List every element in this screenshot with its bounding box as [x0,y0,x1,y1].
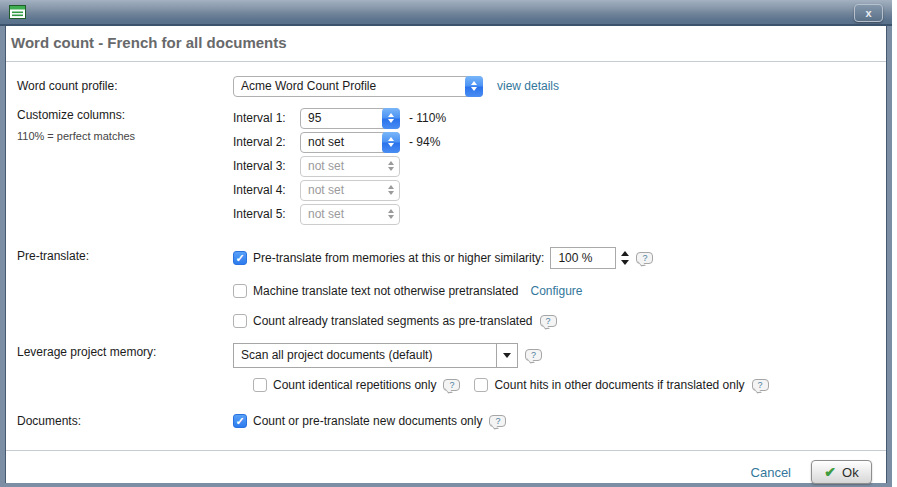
customize-label-text: Customize columns: [17,108,125,122]
new-documents-only-checkbox[interactable]: ✓ [233,414,247,428]
leverage-select[interactable]: Scan all project documents (default) [233,343,518,368]
cancel-button[interactable]: Cancel [751,465,791,480]
interval-1-suffix: - 110% [409,111,446,125]
titlebar: x [0,0,892,26]
already-translated-row: Count already translated segments as pre… [233,310,653,332]
close-button[interactable]: x [854,4,883,22]
word-count-dialog: x Word count - French for all documents … [0,0,892,487]
interval-4-label: Interval 4: [233,183,300,197]
interval-5-select: not set [300,204,400,225]
help-glyph: ? [449,381,454,390]
pretranslate-section: Pre-translate: ✓ Pre-translate from memo… [17,246,886,332]
machine-translate-label: Machine translate text not otherwise pre… [253,284,518,298]
pretranslate-memories-label: Pre-translate from memories at this or h… [253,251,544,265]
dialog-content: Word count - French for all documents Wo… [5,26,887,483]
leverage-section: Leverage project memory: Scan all projec… [17,342,886,395]
already-translated-label: Count already translated segments as pre… [253,314,533,328]
pretranslate-memories-row: ✓ Pre-translate from memories at this or… [233,246,653,270]
interval-3-select: not set [300,156,400,177]
view-details-link[interactable]: view details [497,79,559,93]
ok-button-label: Ok [842,465,859,480]
hits-other-documents-label: Count hits in other documents if transla… [494,378,744,392]
interval-1-select[interactable]: 95 [300,108,400,129]
help-glyph: ? [545,317,550,326]
interval-5-label: Interval 5: [233,207,300,221]
stepper-icon [382,108,400,129]
document-icon [9,5,27,20]
pretranslate-options: ✓ Pre-translate from memories at this or… [233,246,653,332]
customize-columns-label: Customize columns: 110% = perfect matche… [17,108,233,142]
help-glyph: ? [531,351,536,360]
pretranslate-memories-checkbox[interactable]: ✓ [233,251,247,265]
machine-translate-checkbox[interactable] [233,284,247,298]
interval-3-value: not set [301,159,382,173]
interval-2-select[interactable]: not set [300,132,400,153]
machine-translate-row: Machine translate text not otherwise pre… [233,280,653,302]
stepper-icon [465,76,483,97]
leverage-options: Scan all project documents (default) ? C… [233,342,769,395]
help-glyph: ? [495,417,500,426]
help-icon[interactable]: ? [489,415,506,427]
interval-4-row: Interval 4: not set [233,180,446,200]
interval-5-value: not set [301,207,382,221]
footer: Cancel ✔ Ok [6,460,886,484]
leverage-label: Leverage project memory: [17,342,233,359]
documents-label: Documents: [17,414,233,428]
leverage-select-row: Scan all project documents (default) ? [233,342,769,368]
intervals-block: Interval 1: 95 - 110% Interval 2: not se… [233,108,446,228]
footer-divider [6,450,886,451]
help-icon[interactable]: ? [540,315,557,327]
identical-repetitions-label: Count identical repetitions only [273,378,436,392]
interval-2-row: Interval 2: not set - 94% [233,132,446,152]
stepper-icon [382,156,400,177]
close-icon: x [865,7,871,19]
interval-2-value: not set [301,135,382,149]
help-glyph: ? [642,254,647,263]
help-icon[interactable]: ? [525,349,542,361]
interval-3-row: Interval 3: not set [233,156,446,176]
similarity-input[interactable] [550,247,616,269]
interval-2-label: Interval 2: [233,135,300,149]
perfect-matches-note: 110% = perfect matches [17,130,233,142]
interval-1-row: Interval 1: 95 - 110% [233,108,446,128]
configure-link[interactable]: Configure [530,284,582,298]
interval-4-value: not set [301,183,382,197]
new-documents-only-label: Count or pre-translate new documents onl… [253,414,482,428]
similarity-spinner[interactable] [621,251,629,265]
stepper-icon [382,132,400,153]
profile-label: Word count profile: [17,79,233,93]
interval-2-suffix: - 94% [409,135,440,149]
ok-button[interactable]: ✔ Ok [811,460,872,484]
stepper-icon [382,180,400,201]
interval-3-label: Interval 3: [233,159,300,173]
window-frame: Word count - French for all documents Wo… [0,26,892,487]
identical-repetitions-checkbox[interactable] [253,378,267,392]
word-count-profile-select[interactable]: Acme Word Count Profile [233,76,483,97]
leverage-suboptions-row: Count identical repetitions only ? Count… [253,375,769,395]
profile-selected-value: Acme Word Count Profile [234,79,465,93]
interval-4-select: not set [300,180,400,201]
interval-5-row: Interval 5: not set [233,204,446,224]
heading-divider [6,61,886,62]
interval-1-label: Interval 1: [233,111,300,125]
documents-section: Documents: ✓ Count or pre-translate new … [17,410,886,432]
help-icon[interactable]: ? [752,379,769,391]
checkmark-icon: ✓ [235,253,244,264]
customize-section: Customize columns: 110% = perfect matche… [17,108,886,228]
form: Word count profile: Acme Word Count Prof… [6,75,886,432]
help-glyph: ? [758,381,763,390]
pretranslate-label: Pre-translate: [17,246,233,263]
interval-1-value: 95 [301,111,382,125]
leverage-selected-value: Scan all project documents (default) [234,348,496,362]
checkmark-icon: ✓ [235,416,244,427]
dropdown-arrow-icon [496,344,517,367]
hits-other-documents-checkbox[interactable] [474,378,488,392]
profile-row: Word count profile: Acme Word Count Prof… [17,75,886,97]
ok-check-icon: ✔ [824,465,836,479]
stepper-icon [382,204,400,225]
help-icon[interactable]: ? [636,252,653,264]
page-title: Word count - French for all documents [11,34,886,56]
help-icon[interactable]: ? [443,379,460,391]
already-translated-checkbox[interactable] [233,314,247,328]
